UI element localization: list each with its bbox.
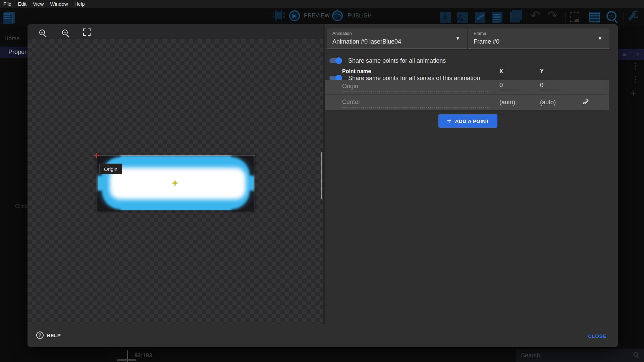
toolbar-divider <box>624 12 624 22</box>
zoom-ratio-label: 1:1 <box>609 14 614 18</box>
sprite-canvas[interactable]: Origin <box>28 39 323 324</box>
kebab-menu-icon[interactable]: ⋮ <box>631 61 639 71</box>
scene-icon[interactable] <box>440 12 451 23</box>
fit-to-screen-button[interactable] <box>83 28 91 37</box>
chevron-down-icon: ▼ <box>455 36 460 41</box>
plus-icon: + <box>447 116 452 125</box>
main-toolbar: ▶ PREVIEW PUBLISH ↶ ↷ 1:1 <box>0 8 644 26</box>
panel-close-icon[interactable]: × <box>636 51 639 58</box>
debug-icon[interactable] <box>275 12 282 19</box>
menu-window[interactable]: Window <box>50 1 68 7</box>
zoom-ratio-icon[interactable]: 1:1 <box>606 11 616 21</box>
animation-select-label: Animation <box>332 31 352 36</box>
toolbar-divider <box>527 12 527 22</box>
search-icon <box>633 352 638 357</box>
share-points-animations-row: Share same points for all animations <box>329 57 446 65</box>
zoom-out-icon: − <box>62 29 68 35</box>
horizontal-scrollbar-thumb[interactable] <box>117 359 137 361</box>
menu-view[interactable]: View <box>33 1 44 7</box>
zoom-in-button[interactable]: + <box>38 28 46 37</box>
add-a-point-label: ADD A POINT <box>455 118 489 124</box>
point-name-field[interactable]: Center <box>342 99 490 108</box>
column-header-x: X <box>499 68 503 74</box>
points-panel: Animation Animation #0 laserBlue04 ▼ Fra… <box>325 24 618 324</box>
search-input[interactable] <box>521 349 622 362</box>
canvas-toolbar: + − <box>28 24 323 39</box>
add-object-icon[interactable]: + <box>631 87 637 99</box>
origin-point-marker[interactable] <box>94 153 99 158</box>
sprite-corner-shade <box>231 155 255 176</box>
chevron-down-icon: ▼ <box>598 36 602 41</box>
point-y-field[interactable]: 0 <box>540 82 561 90</box>
question-glyph: ? <box>39 333 42 338</box>
animation-select[interactable]: Animation Animation #0 laserBlue04 ▼ <box>327 28 467 49</box>
menu-help[interactable]: Help <box>74 1 85 7</box>
fit-to-screen-icon <box>83 28 91 36</box>
project-manager-icon[interactable] <box>4 12 15 23</box>
point-x-field[interactable]: (auto) <box>499 99 525 106</box>
grid-icon[interactable] <box>589 12 600 22</box>
laser-sprite-core <box>110 168 246 199</box>
help-button[interactable]: ? HELP <box>36 331 61 339</box>
add-a-point-button[interactable]: + ADD A POINT <box>438 114 497 128</box>
sprite-corner-shade <box>96 191 120 212</box>
origin-point-tooltip: Origin <box>99 164 122 174</box>
toggle-label: Share same points for all animations <box>348 57 446 64</box>
animation-select-value: Animation #0 laserBlue04 <box>332 38 401 45</box>
play-icon: ▶ <box>292 13 297 19</box>
help-label: HELP <box>47 333 61 338</box>
frame-select[interactable]: Frame Frame #0 ▼ <box>468 28 609 49</box>
kebab-menu-icon[interactable]: ⋮ <box>631 75 639 84</box>
point-name-field[interactable]: Origin <box>342 83 490 92</box>
object-search <box>516 349 644 362</box>
redo-icon[interactable]: ↷ <box>547 8 557 22</box>
app-window: File Edit View Window Help ▶ PREVIEW PUB… <box>0 0 644 362</box>
help-icon: ? <box>36 331 44 339</box>
canvas-scrollbar-thumb[interactable] <box>321 152 322 199</box>
cursor-coordinates: -93;193 <box>132 352 152 359</box>
zoom-out-button[interactable]: − <box>60 28 69 37</box>
objects-panel-header: ≡ × <box>618 49 644 60</box>
sprite-bounds: Origin <box>97 155 255 211</box>
copy-icon[interactable] <box>510 12 520 22</box>
publish-icon[interactable] <box>332 10 343 21</box>
table-row-center: Center (auto) (auto) ✎ <box>325 95 609 110</box>
column-header-y: Y <box>540 68 544 74</box>
table-row-origin: Origin 0 0 <box>325 80 609 95</box>
events-list-icon[interactable] <box>492 12 502 23</box>
close-button[interactable]: CLOSE <box>588 333 606 339</box>
menu-file[interactable]: File <box>3 1 11 7</box>
edit-pencil-icon[interactable]: ✎ <box>582 98 589 106</box>
objects-icon[interactable] <box>457 12 468 23</box>
undo-icon[interactable]: ↶ <box>530 8 540 22</box>
preview-button[interactable]: PREVIEW <box>304 13 330 19</box>
properties-hint-text: Click <box>15 203 28 210</box>
publish-button[interactable]: PUBLISH <box>347 13 372 19</box>
frame-select-value: Frame #0 <box>474 38 499 45</box>
menu-edit[interactable]: Edit <box>18 1 26 7</box>
plus-glyph: + <box>41 30 43 35</box>
selection-mask-icon[interactable] <box>570 12 579 22</box>
wrench-icon[interactable] <box>628 12 636 21</box>
filter-icon[interactable]: ≡ <box>623 51 626 58</box>
edit-points-dialog: + − Origin <box>28 24 618 347</box>
preview-play-icon[interactable]: ▶ <box>289 10 300 21</box>
point-y-field[interactable]: (auto) <box>540 99 566 106</box>
tab-properties-label: Proper <box>8 49 26 56</box>
dialog-footer: ? HELP CLOSE <box>28 324 618 347</box>
menu-bar: File Edit View Window Help <box>0 0 644 8</box>
column-header-point-name: Point name <box>342 68 371 74</box>
status-bar: -93;193 <box>107 349 644 362</box>
zoom-in-icon: + <box>39 29 45 35</box>
toolbar-divider <box>565 12 566 22</box>
center-point-marker[interactable] <box>172 181 177 186</box>
edit-scene-icon[interactable] <box>475 12 485 23</box>
minus-glyph: − <box>63 30 66 35</box>
point-x-field[interactable]: 0 <box>499 82 520 90</box>
tab-home[interactable]: Home <box>4 35 19 42</box>
sprite-corner-shade <box>231 191 255 212</box>
share-points-animations-toggle[interactable] <box>329 57 341 65</box>
frame-select-label: Frame <box>474 31 486 36</box>
